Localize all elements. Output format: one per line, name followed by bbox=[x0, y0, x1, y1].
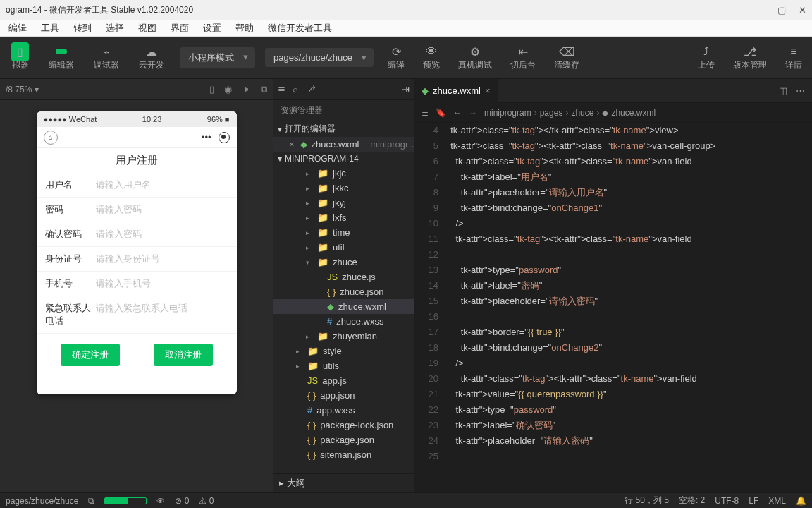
editor-tab-zhuce[interactable]: ◆ zhuce.wxml × bbox=[414, 79, 498, 103]
split-icon[interactable]: ⇥ bbox=[402, 84, 410, 95]
device-icon[interactable]: ▯ bbox=[209, 84, 214, 95]
code-editor: ◆ zhuce.wxml × ◫ ⋯ ≣ 🔖 ← → miniprogram›p… bbox=[414, 79, 812, 492]
close-icon[interactable]: ✕ bbox=[799, 5, 806, 16]
toolbar-tab[interactable]: 编辑器 bbox=[39, 40, 84, 76]
error-count[interactable]: ⊘ 0 bbox=[175, 496, 189, 506]
tree-item[interactable]: ▸📁jkkc bbox=[273, 181, 414, 195]
tree-item[interactable]: ▸📁jkyj bbox=[273, 195, 414, 210]
version-button[interactable]: ⎇版本管理 bbox=[725, 40, 775, 76]
git-icon[interactable]: ⎇ bbox=[305, 84, 316, 95]
menu-item[interactable]: 编辑 bbox=[3, 20, 32, 36]
toolbar: ▯拟器编辑器⌁调试器☁云开发 小程序模式 pages/zhuce/zhuce ⟳… bbox=[0, 37, 812, 79]
eye-icon[interactable]: 👁 bbox=[156, 496, 165, 506]
list-icon[interactable]: ≣ bbox=[278, 84, 285, 95]
upload-button[interactable]: ⤴上传 bbox=[689, 40, 723, 76]
form-field[interactable]: 紧急联系人电话请输入紧急联系人电话 bbox=[37, 296, 237, 334]
tree-item[interactable]: { }siteman.json bbox=[273, 447, 414, 462]
eol[interactable]: LF bbox=[749, 496, 758, 506]
breadcrumb-segment[interactable]: miniprogram bbox=[484, 108, 531, 118]
tree-item[interactable]: ▾📁zhuce bbox=[273, 255, 414, 270]
record-icon[interactable]: ◉ bbox=[224, 84, 232, 95]
form-field[interactable]: 确认密码请输入密码 bbox=[37, 222, 237, 247]
form-field[interactable]: 密码请输入密码 bbox=[37, 198, 237, 222]
project-section[interactable]: ▾MINIPROGRAM-14 bbox=[273, 152, 414, 166]
real-debug-button[interactable]: ⚙真机调试 bbox=[450, 40, 500, 76]
menu-item[interactable]: 工具 bbox=[35, 20, 65, 36]
menu-item[interactable]: 微信开发者工具 bbox=[262, 20, 338, 36]
split-editor-icon[interactable]: ◫ bbox=[779, 85, 787, 96]
tree-item[interactable]: { }zhuce.json bbox=[273, 284, 414, 299]
cancel-register-button[interactable]: 取消注册 bbox=[154, 344, 213, 366]
confirm-register-button[interactable]: 确定注册 bbox=[61, 344, 120, 366]
tree-item[interactable]: ▸📁jkjc bbox=[273, 166, 414, 181]
outline-toggle-icon[interactable]: ≣ bbox=[422, 108, 429, 118]
outline-section[interactable]: ▸ 大纲 bbox=[273, 473, 414, 492]
warning-count[interactable]: ⚠ 0 bbox=[199, 496, 214, 506]
open-editors-section[interactable]: ▾打开的编辑器 bbox=[273, 121, 414, 137]
menu-item[interactable]: 帮助 bbox=[230, 20, 259, 36]
toolbar-tab[interactable]: ⌁调试器 bbox=[84, 40, 129, 76]
target-icon[interactable] bbox=[219, 132, 230, 143]
breadcrumb-segment[interactable]: zhuce bbox=[571, 108, 593, 118]
copy-icon[interactable]: ⧉ bbox=[261, 84, 267, 95]
copy-path-icon[interactable]: ⧉ bbox=[88, 496, 94, 506]
tree-item[interactable]: ▸📁style bbox=[273, 344, 414, 358]
form-field[interactable]: 身份证号请输入身份证号 bbox=[37, 247, 237, 272]
more-editor-icon[interactable]: ⋯ bbox=[796, 85, 805, 96]
nav-back-icon[interactable]: ← bbox=[453, 108, 462, 118]
toolbar-tab[interactable]: ☁云开发 bbox=[129, 40, 174, 76]
json-icon: { } bbox=[327, 286, 336, 297]
close-tab-icon[interactable]: × bbox=[485, 85, 491, 96]
form-field[interactable]: 用户名请输入用户名 bbox=[37, 173, 237, 198]
tree-item[interactable]: ▸📁zhuyemian bbox=[273, 329, 414, 344]
menu-item[interactable]: 选择 bbox=[100, 20, 130, 36]
close-icon[interactable]: × bbox=[289, 139, 295, 150]
tree-item[interactable]: ▸📁util bbox=[273, 240, 414, 255]
mute-icon[interactable]: 🕨 bbox=[242, 84, 251, 95]
code-area[interactable]: tk-attr">class="tk-tag"></tk-attr">class… bbox=[445, 123, 812, 492]
tree-item[interactable]: #zhuce.wxss bbox=[273, 314, 414, 329]
tree-item[interactable]: ▸📁utils bbox=[273, 358, 414, 373]
tree-item[interactable]: #app.wxss bbox=[273, 403, 414, 418]
maximize-icon[interactable]: ▢ bbox=[777, 5, 786, 16]
preview-button[interactable]: 👁预览 bbox=[414, 40, 448, 76]
menu-item[interactable]: 设置 bbox=[197, 20, 227, 36]
tree-item[interactable]: JSapp.js bbox=[273, 373, 414, 388]
search-icon[interactable]: ⌕ bbox=[293, 84, 298, 95]
menu-item[interactable]: 转到 bbox=[68, 20, 97, 36]
background-button[interactable]: ⇤切后台 bbox=[502, 40, 544, 76]
mode-select[interactable]: 小程序模式 bbox=[180, 47, 255, 68]
tree-item[interactable]: { }package.json bbox=[273, 433, 414, 447]
cursor-position[interactable]: 行 50，列 5 bbox=[625, 495, 669, 507]
menu-item[interactable]: 视图 bbox=[133, 20, 162, 36]
compile-button[interactable]: ⟳编译 bbox=[379, 40, 413, 76]
minimize-icon[interactable]: — bbox=[756, 5, 765, 16]
clear-cache-button[interactable]: ⌫清缓存 bbox=[546, 40, 588, 76]
tree-item[interactable]: ▸📁lxfs bbox=[273, 210, 414, 225]
zoom-level[interactable]: /8 75% ▾ bbox=[6, 85, 39, 95]
bell-icon[interactable]: 🔔 bbox=[796, 496, 806, 506]
detail-button[interactable]: ≡详情 bbox=[777, 40, 811, 76]
toolbar-tab[interactable]: ▯拟器 bbox=[1, 40, 39, 76]
nav-forward-icon[interactable]: → bbox=[469, 108, 477, 118]
bookmark-icon[interactable]: 🔖 bbox=[436, 108, 446, 118]
page-select[interactable]: pages/zhuce/zhuce bbox=[265, 48, 374, 67]
tree-item[interactable]: ◆zhuce.wxml bbox=[273, 299, 414, 314]
breadcrumb-segment[interactable]: pages bbox=[540, 108, 563, 118]
encoding[interactable]: UTF-8 bbox=[715, 496, 739, 506]
form-field[interactable]: 手机号请输入手机号 bbox=[37, 272, 237, 296]
tree-item[interactable]: { }app.json bbox=[273, 388, 414, 403]
menu-item[interactable]: 界面 bbox=[165, 20, 195, 36]
tree-item[interactable]: JSzhuce.js bbox=[273, 270, 414, 284]
tree-item[interactable]: ▸📁time bbox=[273, 225, 414, 240]
debug-icon: ⚙ bbox=[470, 44, 480, 59]
indent-setting[interactable]: 空格: 2 bbox=[679, 495, 705, 507]
xml-icon: ◆ bbox=[300, 139, 307, 150]
phone-page-title: 用户注册 bbox=[37, 148, 237, 173]
open-editor-item[interactable]: × ◆ zhuce.wxml miniprogr… bbox=[273, 137, 414, 152]
home-icon[interactable]: ⌂ bbox=[44, 131, 58, 145]
tree-item[interactable]: { }package-lock.json bbox=[273, 418, 414, 433]
language-mode[interactable]: XML bbox=[768, 496, 786, 506]
breadcrumb-segment[interactable]: zhuce.wxml bbox=[611, 108, 656, 118]
more-icon[interactable]: ••• bbox=[202, 132, 211, 143]
